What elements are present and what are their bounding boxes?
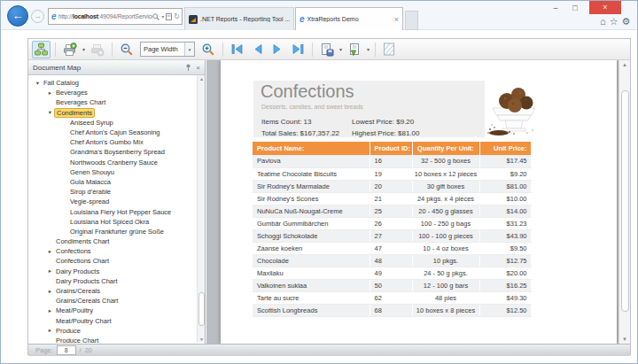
zoom-out-button[interactable] [117,41,136,58]
favorites-star-icon[interactable]: ☆ [610,16,619,27]
docmap-item-beverages[interactable]: ▸Beverages [28,88,205,97]
docmap-item-meat-poultry[interactable]: ▸Meat/Poultry [28,306,205,315]
tab-net-reports[interactable]: .NET Reports - Reporting Tool ... [184,7,294,30]
docmap-item-produce[interactable]: ▸Produce [28,326,205,336]
expand-icon[interactable]: ▸ [46,307,54,314]
new-tab-button[interactable] [405,11,418,30]
scrollbar-thumb[interactable] [198,292,205,326]
docmap-item-sirop-d-rable[interactable]: Sirop d'érable [28,187,205,197]
expand-icon[interactable]: ▸ [46,267,54,275]
watermark-button[interactable] [380,41,398,58]
last-page-button[interactable] [288,41,307,58]
back-button[interactable]: ← [7,5,28,27]
export-document-button[interactable] [317,41,337,58]
address-dropdown-icon[interactable]: ▾ [161,13,164,20]
docmap-item-louisiana-hot-spiced-okra[interactable]: Louisiana Hot Spiced Okra [28,217,205,227]
tab-xtrareports-demo[interactable]: e XtraReports Demo × [295,7,403,30]
docmap-item-chef-anton-s-cajun-seasoning[interactable]: Chef Anton's Cajun Seasoning [28,128,205,137]
zoom-combobox[interactable]: Page Width ▾ [140,42,195,57]
scroll-down-icon[interactable]: ▼ [198,337,205,342]
previous-page-button[interactable] [249,41,267,58]
docmap-item-fall-catalog[interactable]: ▾Fall Catalog [28,78,205,88]
docmap-item-dairy-products[interactable]: ▸Dairy Products [28,267,205,276]
docmap-item-condiments[interactable]: ▾Condiments [28,108,205,118]
table-header-row: Product Name:Product ID:Quantity Per Uni… [253,142,531,155]
compatibility-icon[interactable] [166,13,172,20]
zoom-in-button[interactable] [198,41,218,58]
docmap-item-label: Dairy Products [54,267,101,275]
page-setup-icon [90,43,105,57]
expand-icon[interactable]: ▸ [46,89,54,97]
collapse-icon[interactable]: ▾ [46,109,54,116]
first-page-button[interactable] [228,41,247,58]
docmap-item-meat-poultry-chart[interactable]: Meat/Poultry Chart [28,316,205,326]
preview-scrollbar[interactable]: ▲ ▼ [619,60,630,344]
docmap-item-grains-cereals[interactable]: ▸Grains/Cereals [28,286,205,296]
pin-icon[interactable] [185,64,191,71]
page-setup-button[interactable] [88,41,107,58]
scroll-up-icon[interactable]: ▲ [619,62,630,67]
docmap-item-northwoods-cranberry-sauce[interactable]: Northwoods Cranberry Sauce [28,158,205,167]
table-cell: Zaanse koeken [253,242,370,254]
docmap-item-label: Grains/Cereals Chart [54,297,120,305]
scrollbar-thumb[interactable] [621,90,629,312]
table-cell: $16.25 [479,279,531,291]
refresh-icon[interactable]: ↻ [174,13,180,20]
docmap-item-dairy-products-chart[interactable]: Dairy Products Chart [28,276,205,286]
expand-icon[interactable]: ▸ [46,327,54,334]
export-and-save-button[interactable] [345,41,364,58]
scroll-up-icon[interactable]: ▲ [198,76,205,81]
document-map-toggle-button[interactable] [32,41,51,58]
docmap-item-confections-chart[interactable]: Confections Chart [28,256,205,266]
docmap-item-produce-chart[interactable]: Produce Chart [28,336,205,343]
forward-button[interactable]: → [31,10,44,23]
docmap-item-genen-shouyu[interactable]: Genen Shouyu [28,167,205,177]
tab-close-icon[interactable]: × [394,15,399,24]
maximize-button[interactable]: □ [568,3,582,13]
report-subtitle: Desserts, candies, and sweet breads [261,104,363,110]
next-page-button[interactable] [268,41,286,58]
docmap-item-label: Meat/Poultry Chart [54,317,113,325]
docmap-item-louisiana-fiery-hot-pepper-sauce[interactable]: Louisiana Fiery Hot Pepper Sauce [28,206,205,216]
page-number-input[interactable] [57,345,76,355]
truffles-photo [486,78,541,136]
docmap-item-grains-cereals-chart[interactable]: Grains/Cereals Chart [28,296,205,306]
search-icon[interactable] [152,13,160,20]
collapse-icon[interactable]: ▾ [34,80,42,87]
table-cell: 100 - 100 g pieces [412,229,479,242]
table-row: NuNuCa Nuß-Nougat-Creme2520 - 450 g glas… [253,205,531,217]
home-icon[interactable]: ⌂ [600,16,606,27]
export-dropdown-icon[interactable]: ▾ [338,46,343,52]
panel-close-icon[interactable]: × [196,64,200,72]
last-page-icon [291,43,305,56]
print-dropdown-icon[interactable]: ▾ [82,46,86,52]
print-button[interactable] [60,41,80,58]
expand-icon[interactable]: ▸ [46,248,54,255]
table-cell: Tarte au sucre [253,291,370,304]
table-cell: Scottish Longbreads [253,304,370,316]
docmap-item-grandma-s-boysenberry-spread[interactable]: Grandma's Boysenberry Spread [28,147,205,157]
docmap-item-gula-malacca[interactable]: Gula Malacca [28,177,205,187]
address-bar[interactable]: e http://localhost:49094/ReportService/#… [48,8,183,25]
table-cell: Chocolade [253,254,370,267]
table-cell: $9.50 [479,242,531,254]
docmap-item-confections[interactable]: ▸Confections [28,246,205,256]
table-row: Chocolade4810 pkgs.$12.75 [253,254,531,267]
close-button[interactable]: × [589,1,621,14]
table-cell: 32 - 500 g boxes [412,155,479,167]
pager-label: Page: [35,346,53,354]
gear-icon[interactable]: ⚙ [622,16,631,27]
docmap-item-condiments-chart[interactable]: Condiments Chart [28,236,205,246]
expand-icon[interactable]: ▸ [46,288,54,295]
docmap-item-beverages-chart[interactable]: Beverages Chart [28,97,205,107]
export-and-save-dropdown-icon[interactable]: ▾ [366,46,370,52]
docmap-item-aniseed-syrup[interactable]: Aniseed Syrup [28,118,205,128]
docmap-item-original-frankfurter-gr-ne-so-e[interactable]: Original Frankfurter grüne Soße [28,227,205,236]
document-map-scrollbar[interactable]: ▲ ▼ [197,75,205,343]
docmap-item-vegie-spread[interactable]: Vegie-spread [28,197,205,206]
scroll-down-icon[interactable]: ▼ [619,337,630,342]
table-cell: Sir Rodney's Marmalade [253,180,370,192]
docmap-item-chef-anton-s-gumbo-mix[interactable]: Chef Anton's Gumbo Mix [28,137,205,147]
minimize-button[interactable]: – [549,3,563,13]
document-map-tree: ▲ ▼ ▾Fall Catalog▸BeveragesBeverages Cha… [28,75,205,343]
